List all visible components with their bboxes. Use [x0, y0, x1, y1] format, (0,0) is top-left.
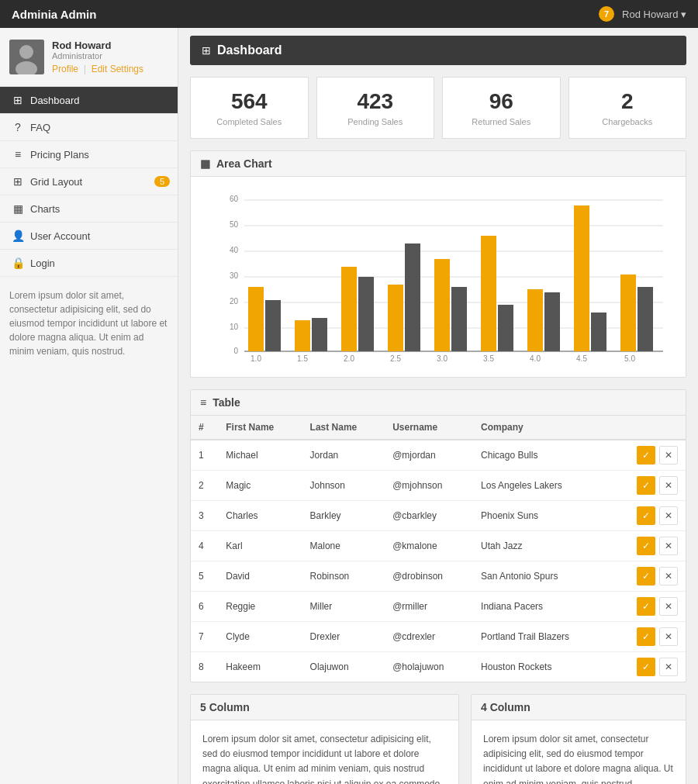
cell-last: Barkley [302, 501, 385, 531]
sidebar-item-user[interactable]: 👤 User Account [0, 223, 178, 250]
sidebar-item-label: Charts [30, 203, 60, 215]
table-row: 8 Hakeem Olajuwon @holajuwon Houston Roc… [191, 652, 686, 682]
col-actions [610, 416, 686, 440]
nav-menu: ⊞ Dashboard ? FAQ ≡ Pricing Plans ⊞ Grid… [0, 87, 178, 277]
charts-icon: ▦ [12, 202, 24, 215]
sidebar-item-pricing[interactable]: ≡ Pricing Plans [0, 141, 178, 168]
sidebar-item-faq[interactable]: ? FAQ [0, 114, 178, 141]
stat-number: 96 [451, 89, 552, 114]
sidebar-item-grid[interactable]: ⊞ Grid Layout 5 [0, 168, 178, 195]
bar [388, 285, 403, 351]
profile-link[interactable]: Profile [52, 64, 78, 74]
delete-button[interactable]: ✕ [659, 627, 678, 646]
dashboard-icon: ⊞ [12, 94, 24, 106]
cell-num: 6 [191, 592, 218, 622]
cell-company: Chicago Bulls [473, 440, 610, 471]
check-button[interactable]: ✓ [637, 506, 655, 525]
check-button[interactable]: ✓ [637, 567, 655, 585]
check-button[interactable]: ✓ [637, 627, 655, 646]
check-button[interactable]: ✓ [637, 476, 655, 495]
cell-num: 2 [191, 471, 218, 501]
table-row: 3 Charles Barkley @cbarkley Phoenix Suns… [191, 501, 686, 531]
cell-first: Clyde [218, 622, 302, 652]
cell-company: Phoenix Suns [473, 501, 610, 531]
bar [451, 287, 467, 351]
bar [544, 292, 560, 351]
table-row: 6 Reggie Miller @rmiller Indiana Pacers … [191, 592, 686, 622]
cell-first: Magic [218, 471, 302, 501]
sidebar-item-charts[interactable]: ▦ Charts [0, 195, 178, 223]
cell-company: Utah Jazz [473, 531, 610, 561]
sidebar-item-label: Grid Layout [30, 176, 82, 188]
data-table: # First Name Last Name Username Company … [191, 416, 686, 682]
cell-first: Charles [218, 501, 302, 531]
user-menu[interactable]: Rod Howard [622, 9, 686, 20]
bar [295, 320, 310, 351]
page-header: ⊞ Dashboard [190, 36, 686, 65]
page-header-icon: ⊞ [202, 44, 211, 57]
delete-button[interactable]: ✕ [659, 537, 678, 555]
cell-company: San Antonio Spurs [473, 561, 610, 592]
notification-badge[interactable]: 7 [599, 6, 614, 22]
stat-number: 564 [199, 89, 300, 114]
check-button[interactable]: ✓ [637, 446, 655, 465]
cell-first: David [218, 561, 302, 592]
svg-text:2.5: 2.5 [390, 354, 401, 363]
area-chart-header: ▦ Area Chart [191, 151, 686, 177]
svg-text:50: 50 [230, 220, 239, 229]
cell-username: @mjohnson [385, 471, 473, 501]
col-lastname: Last Name [302, 416, 385, 440]
col5-panel: 5 Column Lorem ipsum dolor sit amet, con… [190, 694, 459, 784]
cell-username: @kmalone [385, 531, 473, 561]
stat-completed: 564 Completed Sales [190, 77, 309, 139]
cell-first: Karl [218, 531, 302, 561]
cell-num: 5 [191, 561, 218, 592]
table-row: 7 Clyde Drexler @cdrexler Portland Trail… [191, 622, 686, 652]
delete-button[interactable]: ✕ [659, 567, 678, 585]
bottom-row: 5 Column Lorem ipsum dolor sit amet, con… [190, 694, 686, 784]
chart-title: Area Chart [216, 157, 272, 170]
cell-username: @rmiller [385, 592, 473, 622]
svg-text:2.0: 2.0 [344, 354, 354, 363]
cell-last: Malone [302, 531, 385, 561]
svg-text:4.0: 4.0 [530, 354, 541, 363]
delete-button[interactable]: ✕ [659, 658, 678, 676]
sidebar-item-label: FAQ [30, 122, 50, 133]
bar [248, 287, 264, 351]
sidebar: Rod Howard Administrator Profile | Edit … [0, 28, 178, 784]
cell-username: @holajuwon [385, 652, 473, 682]
main-content: ⊞ Dashboard 564 Completed Sales 423 Pend… [178, 28, 698, 784]
settings-link[interactable]: Edit Settings [92, 64, 143, 74]
grid-icon: ⊞ [12, 175, 24, 188]
delete-button[interactable]: ✕ [659, 446, 678, 465]
cell-num: 8 [191, 652, 218, 682]
cell-last: Olajuwon [302, 652, 385, 682]
stat-pending: 423 Pending Sales [316, 77, 435, 139]
svg-text:3.0: 3.0 [437, 354, 447, 363]
check-button[interactable]: ✓ [637, 537, 655, 555]
profile-role: Administrator [52, 51, 143, 60]
sidebar-item-login[interactable]: 🔒 Login [0, 250, 178, 277]
cell-username: @mjordan [385, 440, 473, 471]
check-button[interactable]: ✓ [637, 658, 655, 676]
table-row: 2 Magic Johnson @mjohnson Los Angeles La… [191, 471, 686, 501]
check-button[interactable]: ✓ [637, 597, 655, 616]
cell-company: Portland Trail Blazers [473, 622, 610, 652]
delete-button[interactable]: ✕ [659, 597, 678, 616]
svg-point-1 [19, 45, 33, 59]
col-username: Username [385, 416, 473, 440]
cell-actions: ✓ ✕ [610, 531, 686, 561]
col-firstname: First Name [218, 416, 302, 440]
delete-button[interactable]: ✕ [659, 506, 678, 525]
bar [591, 313, 606, 351]
cell-num: 3 [191, 501, 218, 531]
svg-text:20: 20 [230, 297, 239, 306]
delete-button[interactable]: ✕ [659, 476, 678, 495]
navbar: Adminia Admin 7 Rod Howard [0, 0, 698, 28]
chart-svg: 0 10 20 30 40 50 60 [195, 185, 682, 371]
sidebar-item-dashboard[interactable]: ⊞ Dashboard [0, 87, 178, 114]
cell-actions: ✓ ✕ [610, 652, 686, 682]
col5-title: 5 Column [200, 701, 250, 713]
page-title: Dashboard [217, 43, 282, 57]
profile-info: Rod Howard Administrator Profile | Edit … [52, 40, 143, 74]
